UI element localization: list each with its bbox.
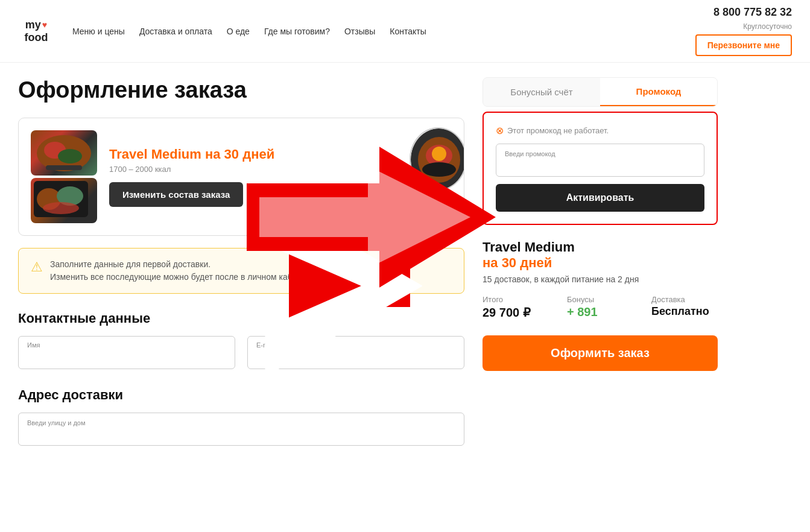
nav-menu[interactable]: Меню и цены: [72, 27, 125, 36]
delivery-value: Бесплатно: [651, 305, 718, 318]
callback-button[interactable]: Перезвоните мне: [695, 34, 792, 56]
logo-my-text: my: [25, 19, 41, 31]
svg-point-11: [432, 147, 446, 161]
promo-bonus-tabs: Бонусный счёт Промокод: [483, 77, 718, 107]
order-summary: Travel Medium на 30 дней 15 доставок, в …: [483, 239, 718, 371]
main-nav: Меню и цены Доставка и оплата О еде Где …: [72, 27, 677, 36]
promo-error: ⊗ Этот промокод не работает.: [496, 125, 704, 136]
food-image-top: [31, 130, 97, 176]
warning-text: Заполните данные для первой доставки. Из…: [50, 258, 317, 283]
promo-input-label: Введи промокод: [505, 150, 695, 157]
address-field-wrap: Введи улицу и дом: [18, 413, 464, 446]
order-kcal: 1700 – 2000 ккал: [109, 165, 452, 174]
address-section: Адрес доставки Введи улицу и дом: [18, 387, 464, 446]
name-label: Имя: [27, 341, 40, 349]
summary-desc: 15 доставок, в каждой питание на 2 дня: [483, 274, 718, 284]
logo-heart-icon: ♥: [42, 20, 47, 30]
nav-delivery[interactable]: Доставка и оплата: [139, 27, 212, 36]
nav-food[interactable]: О еде: [227, 27, 250, 36]
order-title: Travel Medium на 30 дней: [109, 147, 452, 162]
bonus-label: Бонусы: [567, 295, 633, 304]
page-title: Оформление заказа: [18, 77, 464, 103]
address-section-title: Адрес доставки: [18, 387, 464, 403]
order-info: Travel Medium на 30 дней 1700 – 2000 кка…: [109, 147, 452, 207]
left-column: Оформление заказа: [18, 77, 464, 460]
logo-food-text: food: [25, 31, 48, 44]
warning-box: ⚠ Заполните данные для первой доставки. …: [18, 248, 464, 294]
delivery-col: Доставка Бесплатно: [651, 295, 718, 320]
promo-input-wrap: Введи промокод: [496, 144, 704, 177]
summary-title: Travel Medium: [483, 239, 718, 255]
order-card: Travel Medium на 30 дней 1700 – 2000 кка…: [18, 118, 464, 236]
nav-where[interactable]: Где мы готовим?: [264, 27, 330, 36]
promo-section: ⊗ Этот промокод не работает. Введи промо…: [483, 112, 718, 225]
email-label: E-mail: [256, 341, 275, 349]
warning-line1: Заполните данные для первой доставки.: [50, 258, 317, 271]
order-images: [31, 130, 97, 223]
phone-number: 8 800 775 82 32: [713, 6, 792, 19]
right-column: Бонусный счёт Промокод ⊗ Этот промокод н…: [483, 77, 718, 460]
svg-point-7: [43, 202, 79, 214]
promo-input[interactable]: [505, 160, 695, 170]
change-order-button[interactable]: Изменить состав заказа: [109, 182, 243, 207]
main-content: Оформление заказа: [0, 63, 810, 475]
promo-tab[interactable]: Промокод: [600, 78, 717, 106]
nav-contacts[interactable]: Контакты: [390, 27, 426, 36]
email-input[interactable]: [256, 343, 455, 363]
order-days-highlight: 30 дней: [224, 147, 275, 162]
food-image-bottom: [31, 178, 97, 223]
delivery-label: Доставка: [651, 295, 718, 304]
page-wrapper: Оформление заказа: [0, 63, 810, 475]
bonus-tab[interactable]: Бонусный счёт: [483, 78, 600, 106]
contacts-section-title: Контактные данные: [18, 311, 464, 326]
name-input[interactable]: [27, 343, 226, 363]
promo-error-text: Этот промокод не работает.: [507, 126, 609, 135]
email-field-group: E-mail: [247, 336, 464, 369]
total-value: 29 700 ₽: [483, 305, 549, 320]
food-image-overlap: [410, 127, 464, 191]
svg-point-12: [422, 162, 456, 177]
total-col: Итого 29 700 ₽: [483, 295, 549, 320]
header: my ♥ food Меню и цены Доставка и оплата …: [0, 0, 810, 63]
logo[interactable]: my ♥ food: [18, 19, 54, 44]
phone-subtitle: Круглосуточно: [743, 22, 792, 31]
warning-icon: ⚠: [31, 259, 43, 283]
summary-subtitle: на 30 дней: [483, 255, 718, 271]
address-input[interactable]: [27, 429, 455, 439]
promo-error-icon: ⊗: [496, 125, 504, 136]
svg-point-2: [58, 149, 82, 163]
order-button[interactable]: Оформить заказ: [483, 335, 718, 371]
order-title-text: Travel Medium на: [109, 147, 224, 162]
header-right: 8 800 775 82 32 Круглосуточно Перезвонит…: [695, 6, 792, 56]
contact-fields: Имя E-mail: [18, 336, 464, 369]
bonus-value: + 891: [567, 305, 633, 319]
bonus-col: Бонусы + 891: [567, 295, 633, 320]
total-label: Итого: [483, 295, 549, 304]
svg-rect-3: [46, 165, 82, 170]
summary-totals: Итого 29 700 ₽ Бонусы + 891 Доставка Бес…: [483, 295, 718, 320]
name-field-group: Имя: [18, 336, 235, 369]
nav-reviews[interactable]: Отзывы: [344, 27, 375, 36]
activate-button[interactable]: Активировать: [496, 184, 704, 212]
warning-line2: Изменить все последующие можно будет пос…: [50, 271, 317, 283]
address-label: Введи улицу и дом: [27, 419, 455, 426]
